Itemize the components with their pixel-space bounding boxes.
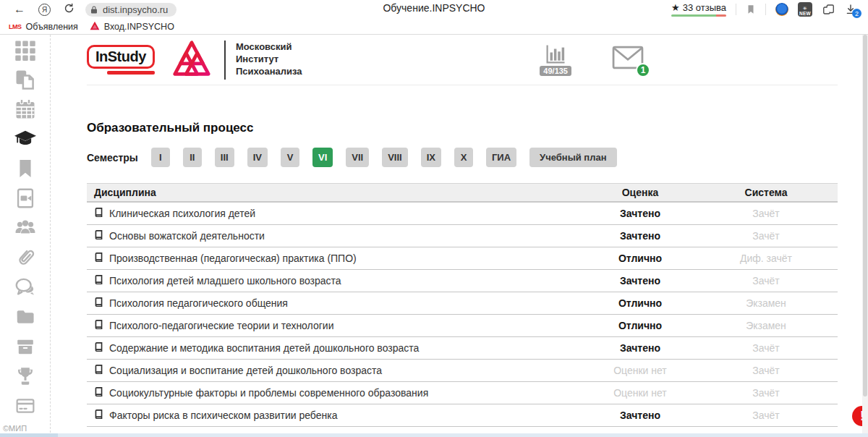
logo-divider [224,41,226,80]
sidebar-item-messages[interactable] [0,272,50,302]
browser-scrollbar[interactable] [862,35,868,437]
grade-value: Отлично [586,253,694,264]
grade-value: Зачтено [586,208,694,219]
left-sidebar: ©МИП [0,35,51,433]
back-icon[interactable]: ← [14,4,25,15]
semester-tab-8[interactable]: VIII [382,148,408,167]
semester-selector: Семестры I II III IV V VI VII VIII IX X … [87,148,838,167]
column-header-discipline: Дисциплина [87,187,586,198]
book-icon [94,342,103,354]
tab-title: Обучение.INPSYCHO [383,2,485,14]
table-row[interactable]: Производственная (педагогическая) практи… [87,247,838,270]
progress-widget[interactable]: 49/135 [540,43,571,76]
sidebar-item-archive[interactable] [0,331,50,361]
discipline-name: Основы вожатской деятельности [109,230,265,242]
extension-browser-icon[interactable] [775,3,788,16]
instudy-logo[interactable]: InStudy [87,45,155,75]
discipline-name: Факторы риска в психическом развитии реб… [109,410,337,421]
browser-home-icon[interactable]: Я [38,4,51,16]
star-icon: ★ [671,2,680,13]
graduation-cap-icon [14,128,37,150]
copyright-mip: ©МИП [3,424,27,433]
discipline-name: Клиническая психология детей [109,208,255,219]
grade-value: Оценки нет [586,387,694,399]
sidebar-item-payments[interactable] [0,391,50,420]
table-row[interactable]: Психология детей младшего школьного возр… [87,270,838,292]
trophy-icon [15,366,35,386]
table-row[interactable]: Основы вожатской деятельности Зачтено За… [87,225,838,247]
archive-box-icon [15,337,35,356]
card-icon [14,396,36,415]
bookmark-login-inpsycho[interactable]: Вход.INPSYCHO [87,20,177,33]
table-row[interactable]: Клиническая психология детей Зачтено Зач… [87,203,838,225]
semester-tab-1[interactable]: I [151,148,170,167]
main-content: InStudy Московский Институт Психоанализа [51,35,868,433]
sidebar-item-calendar[interactable] [0,94,50,124]
semester-tab-10[interactable]: X [454,148,473,167]
discipline-name: Психолого-педагогические теории и технол… [109,320,333,331]
video-file-icon [15,187,35,209]
address-bar[interactable]: dist.inpsycho.ru [85,3,176,17]
refresh-icon[interactable] [64,3,75,16]
downloads-button[interactable]: 2 [845,4,856,15]
bar-chart-icon [545,43,566,65]
mail-widget[interactable]: 1 [612,46,644,72]
semester-tab-2[interactable]: II [183,148,202,167]
sidebar-item-files-folder[interactable] [0,302,50,331]
extension-new-icon[interactable]: ✳ NEW [798,2,812,17]
sidebar-item-attachments[interactable] [0,242,50,272]
site-reviews-button[interactable]: ★ 33 отзыва [671,2,726,17]
grade-value: Зачтено [586,275,694,287]
institute-name-line: Институт [236,54,302,66]
semester-tab-5[interactable]: V [281,148,299,167]
system-value: Диф. зачёт [694,253,838,264]
table-row[interactable]: Социализация и воспитание детей дошкольн… [87,360,838,382]
table-row[interactable]: Содержание и методика воспитания детей д… [87,337,838,360]
scrollbar-thumb[interactable] [863,35,867,396]
semester-tab-gia[interactable]: ГИА [486,148,516,167]
semester-tab-7[interactable]: VII [346,148,369,167]
mail-count-badge: 1 [636,63,650,77]
bookmarks-bar: LMS Объявления Вход.INPSYCHO [0,19,868,35]
users-icon [14,218,37,238]
browser-topbar: ← Я dist.inpsycho.ru Обучение.INPSYCHO ★… [0,0,868,19]
semester-tab-6[interactable]: VI [312,148,333,167]
bookmark-announcements[interactable]: LMS Объявления [6,22,81,32]
bookmark-flag-icon[interactable] [746,4,756,15]
collections-icon[interactable] [822,3,835,16]
mip-logo[interactable] [171,38,213,82]
grade-value: Отлично [586,297,694,309]
sidebar-item-community[interactable] [0,213,50,242]
curriculum-plan-button[interactable]: Учебный план [529,148,616,167]
table-row[interactable]: Психолого-педагогические теории и технол… [87,315,838,337]
semester-tab-3[interactable]: III [215,148,234,167]
mip-triangle-icon [171,38,213,82]
sidebar-item-education[interactable] [0,124,50,153]
site-header: InStudy Московский Институт Психоанализа [87,35,838,85]
page-title: Образовательный процесс [87,121,838,135]
topbar-right: ★ 33 отзыва ✳ NEW 2 [671,2,861,17]
system-value: Зачёт [694,275,838,287]
sidebar-item-achievements[interactable] [0,361,50,391]
sidebar-item-apps-grid[interactable] [0,35,50,64]
table-row[interactable]: Социокультурные факторы и проблемы совре… [87,382,838,404]
semesters-label: Семестры [87,152,138,164]
book-icon [94,230,103,242]
system-value: Зачёт [694,230,838,242]
sidebar-item-documents[interactable] [0,64,50,94]
discipline-name: Психология детей младшего школьного возр… [109,275,341,287]
discipline-name: Социализация и воспитание детей дошкольн… [109,365,382,376]
bottom-strip-left [0,433,58,437]
semester-tab-9[interactable]: IX [421,148,441,167]
table-row[interactable]: Психология педагогического общения Отлич… [87,292,838,315]
table-row[interactable]: Факторы риска в психическом развитии реб… [87,404,838,427]
system-value: Экзамен [694,297,838,309]
folder-icon [14,307,36,326]
semester-tab-4[interactable]: IV [247,148,268,167]
downloads-badge: 2 [852,9,861,18]
book-icon [94,297,103,309]
sidebar-item-video-materials[interactable] [0,183,50,213]
sidebar-item-bookmarks[interactable] [0,153,50,183]
column-header-grade: Оценка [586,187,694,198]
institute-name-line: Московский [236,41,302,54]
